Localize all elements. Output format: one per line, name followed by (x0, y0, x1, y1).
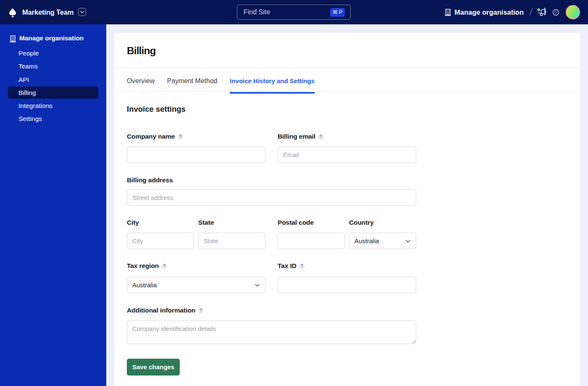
svg-text:?: ? (555, 10, 557, 15)
